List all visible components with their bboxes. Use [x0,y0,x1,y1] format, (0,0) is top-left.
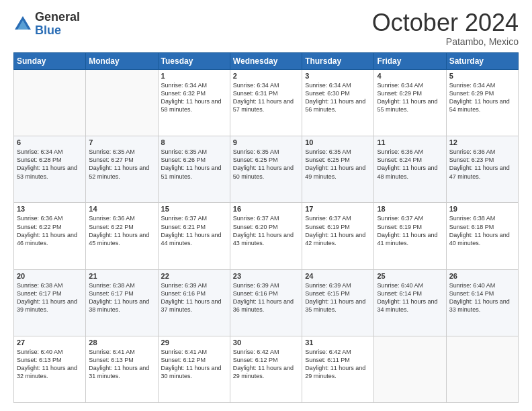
calendar-cell: 17Sunrise: 6:37 AM Sunset: 6:19 PM Dayli… [302,203,374,269]
calendar-cell: 1Sunrise: 6:34 AM Sunset: 6:32 PM Daylig… [158,70,230,136]
day-number: 14 [89,205,154,213]
day-info: Sunrise: 6:37 AM Sunset: 6:19 PM Dayligh… [377,214,443,247]
day-number: 16 [233,205,299,213]
calendar-cell [14,70,86,136]
day-info: Sunrise: 6:40 AM Sunset: 6:14 PM Dayligh… [449,281,515,314]
day-info: Sunrise: 6:35 AM Sunset: 6:25 PM Dayligh… [233,148,299,181]
day-number: 22 [161,272,227,280]
day-info: Sunrise: 6:35 AM Sunset: 6:25 PM Dayligh… [305,148,371,181]
day-info: Sunrise: 6:34 AM Sunset: 6:30 PM Dayligh… [305,81,371,114]
calendar-cell: 2Sunrise: 6:34 AM Sunset: 6:31 PM Daylig… [230,70,302,136]
day-number: 26 [449,272,515,280]
calendar-cell: 20Sunrise: 6:38 AM Sunset: 6:17 PM Dayli… [14,269,86,336]
day-info: Sunrise: 6:38 AM Sunset: 6:17 PM Dayligh… [17,281,83,314]
calendar-cell: 28Sunrise: 6:41 AM Sunset: 6:13 PM Dayli… [86,336,158,402]
calendar-cell: 27Sunrise: 6:40 AM Sunset: 6:13 PM Dayli… [14,336,86,402]
day-header-saturday: Saturday [446,53,518,70]
day-info: Sunrise: 6:37 AM Sunset: 6:19 PM Dayligh… [305,214,371,247]
day-number: 30 [233,338,299,347]
day-header-tuesday: Tuesday [158,53,230,70]
calendar-header-row: SundayMondayTuesdayWednesdayThursdayFrid… [14,53,519,70]
day-number: 7 [89,138,154,146]
day-header-wednesday: Wednesday [230,53,302,70]
day-number: 8 [161,138,227,146]
calendar-cell: 31Sunrise: 6:42 AM Sunset: 6:11 PM Dayli… [302,336,374,402]
day-number: 31 [305,338,371,347]
day-number: 13 [17,205,83,213]
day-header-thursday: Thursday [302,53,374,70]
calendar-cell: 12Sunrise: 6:36 AM Sunset: 6:23 PM Dayli… [446,136,518,203]
day-info: Sunrise: 6:35 AM Sunset: 6:26 PM Dayligh… [161,148,227,181]
month-title: October 2024 [372,11,519,35]
calendar-cell: 5Sunrise: 6:34 AM Sunset: 6:29 PM Daylig… [446,70,518,136]
day-info: Sunrise: 6:37 AM Sunset: 6:20 PM Dayligh… [233,214,299,247]
day-info: Sunrise: 6:42 AM Sunset: 6:12 PM Dayligh… [233,348,299,381]
day-header-friday: Friday [374,53,446,70]
day-info: Sunrise: 6:34 AM Sunset: 6:29 PM Dayligh… [449,81,515,114]
calendar-cell: 18Sunrise: 6:37 AM Sunset: 6:19 PM Dayli… [374,203,446,269]
calendar-cell: 9Sunrise: 6:35 AM Sunset: 6:25 PM Daylig… [230,136,302,203]
day-info: Sunrise: 6:34 AM Sunset: 6:28 PM Dayligh… [17,148,83,181]
day-number: 25 [377,272,443,280]
calendar-cell: 11Sunrise: 6:36 AM Sunset: 6:24 PM Dayli… [374,136,446,203]
logo-icon [13,15,32,34]
calendar-cell [374,336,446,402]
day-number: 5 [449,72,515,80]
day-info: Sunrise: 6:38 AM Sunset: 6:17 PM Dayligh… [89,281,154,314]
calendar-week-1: 1Sunrise: 6:34 AM Sunset: 6:32 PM Daylig… [14,70,519,136]
day-number: 11 [377,138,443,146]
day-number: 3 [305,72,371,80]
day-info: Sunrise: 6:41 AM Sunset: 6:13 PM Dayligh… [89,348,154,381]
day-info: Sunrise: 6:39 AM Sunset: 6:16 PM Dayligh… [161,281,227,314]
day-info: Sunrise: 6:35 AM Sunset: 6:27 PM Dayligh… [89,148,154,181]
day-number: 10 [305,138,371,146]
day-info: Sunrise: 6:34 AM Sunset: 6:32 PM Dayligh… [161,81,227,114]
day-number: 1 [161,72,227,80]
calendar-cell: 24Sunrise: 6:39 AM Sunset: 6:15 PM Dayli… [302,269,374,336]
calendar-cell: 14Sunrise: 6:36 AM Sunset: 6:22 PM Dayli… [86,203,158,269]
day-number: 20 [17,272,83,280]
calendar-cell: 15Sunrise: 6:37 AM Sunset: 6:21 PM Dayli… [158,203,230,269]
day-header-sunday: Sunday [14,53,86,70]
calendar-week-4: 20Sunrise: 6:38 AM Sunset: 6:17 PM Dayli… [14,269,519,336]
calendar-cell: 10Sunrise: 6:35 AM Sunset: 6:25 PM Dayli… [302,136,374,203]
day-header-monday: Monday [86,53,158,70]
day-number: 27 [17,338,83,347]
calendar-body: 1Sunrise: 6:34 AM Sunset: 6:32 PM Daylig… [14,70,519,403]
calendar-cell: 4Sunrise: 6:34 AM Sunset: 6:29 PM Daylig… [374,70,446,136]
calendar-cell: 22Sunrise: 6:39 AM Sunset: 6:16 PM Dayli… [158,269,230,336]
day-info: Sunrise: 6:40 AM Sunset: 6:14 PM Dayligh… [377,281,443,314]
logo-general-text: General [35,10,80,24]
calendar-cell [446,336,518,402]
calendar-table: SundayMondayTuesdayWednesdayThursdayFrid… [13,52,519,403]
calendar-week-3: 13Sunrise: 6:36 AM Sunset: 6:22 PM Dayli… [14,203,519,269]
day-info: Sunrise: 6:42 AM Sunset: 6:11 PM Dayligh… [305,348,371,381]
calendar-cell: 7Sunrise: 6:35 AM Sunset: 6:27 PM Daylig… [86,136,158,203]
day-info: Sunrise: 6:34 AM Sunset: 6:29 PM Dayligh… [377,81,443,114]
calendar-cell: 26Sunrise: 6:40 AM Sunset: 6:14 PM Dayli… [446,269,518,336]
calendar-cell: 8Sunrise: 6:35 AM Sunset: 6:26 PM Daylig… [158,136,230,203]
day-number: 15 [161,205,227,213]
title-area: October 2024 Patambo, Mexico [372,11,519,47]
day-number: 6 [17,138,83,146]
day-info: Sunrise: 6:39 AM Sunset: 6:16 PM Dayligh… [233,281,299,314]
calendar-cell: 30Sunrise: 6:42 AM Sunset: 6:12 PM Dayli… [230,336,302,402]
day-number: 19 [449,205,515,213]
calendar-cell: 6Sunrise: 6:34 AM Sunset: 6:28 PM Daylig… [14,136,86,203]
calendar-cell: 21Sunrise: 6:38 AM Sunset: 6:17 PM Dayli… [86,269,158,336]
page-header: General Blue October 2024 Patambo, Mexic… [13,11,519,47]
day-info: Sunrise: 6:38 AM Sunset: 6:18 PM Dayligh… [449,214,515,247]
calendar-cell: 13Sunrise: 6:36 AM Sunset: 6:22 PM Dayli… [14,203,86,269]
day-number: 21 [89,272,154,280]
day-number: 28 [89,338,154,347]
day-info: Sunrise: 6:36 AM Sunset: 6:24 PM Dayligh… [377,148,443,181]
day-number: 12 [449,138,515,146]
day-info: Sunrise: 6:39 AM Sunset: 6:15 PM Dayligh… [305,281,371,314]
logo: General Blue [13,11,80,38]
day-info: Sunrise: 6:36 AM Sunset: 6:23 PM Dayligh… [449,148,515,181]
logo-blue-text: Blue [35,24,61,37]
day-info: Sunrise: 6:36 AM Sunset: 6:22 PM Dayligh… [89,214,154,247]
calendar-week-2: 6Sunrise: 6:34 AM Sunset: 6:28 PM Daylig… [14,136,519,203]
day-number: 17 [305,205,371,213]
day-number: 18 [377,205,443,213]
